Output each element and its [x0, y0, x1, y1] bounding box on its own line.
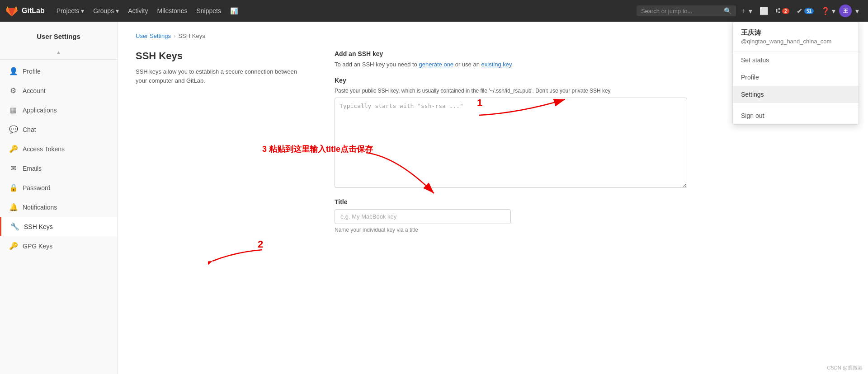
logo-text: GitLab: [22, 7, 45, 15]
profile-icon: 👤: [9, 67, 17, 75]
user-dropdown-menu: 王庆涛 @qingtao_wang_hand_china_com Set sta…: [732, 22, 859, 125]
sidebar-divider-top: [0, 59, 117, 60]
dropdown-handle: @qingtao_wang_hand_china_com: [741, 38, 850, 45]
nav-milestones[interactable]: Milestones: [153, 0, 192, 22]
title-label: Title: [335, 198, 850, 206]
sidebar-label-password: Password: [23, 184, 50, 192]
sidebar-item-ssh-keys[interactable]: 🔧 SSH Keys: [0, 217, 117, 236]
todos-badge: 51: [804, 8, 814, 14]
search-bar[interactable]: 🔍: [637, 5, 736, 16]
add-desc-pre: To add an SSH key you need to: [335, 61, 419, 68]
nav-chart[interactable]: 📊: [226, 0, 242, 22]
dropdown-username: 王庆涛: [741, 28, 850, 37]
sidebar-label-notifications: Notifications: [23, 204, 57, 211]
gpg-keys-icon: 🔑: [9, 242, 17, 250]
help-button[interactable]: ❓ ▾: [817, 5, 839, 17]
watermark: CSDN @鹿微港: [827, 365, 863, 371]
logo[interactable]: GitLab: [5, 5, 45, 17]
new-item-button[interactable]: ＋ ▾: [736, 5, 756, 18]
breadcrumb-current: SSH Keys: [178, 33, 205, 39]
applications-icon: ▦: [9, 106, 17, 114]
sidebar-item-password[interactable]: 🔒 Password: [0, 178, 117, 197]
password-icon: 🔒: [9, 183, 17, 192]
dropdown-header: 王庆涛 @qingtao_wang_hand_china_com: [733, 22, 859, 51]
sidebar-item-gpg-keys[interactable]: 🔑 GPG Keys: [0, 236, 117, 256]
existing-key-link[interactable]: existing key: [481, 61, 512, 68]
sidebar-label-access-tokens: Access Tokens: [23, 145, 65, 153]
account-icon: ⚙: [9, 86, 17, 95]
user-menu-button[interactable]: ▾: [852, 5, 863, 17]
title-hint: Name your individual key via a title: [335, 227, 850, 233]
topnav: GitLab Projects ▾ Groups ▾ Activity Mile…: [0, 0, 868, 22]
sidebar-item-applications[interactable]: ▦ Applications: [0, 100, 117, 120]
dropdown-divider: [733, 105, 859, 105]
generate-link[interactable]: generate one: [419, 61, 453, 68]
add-desc-mid: or use an: [453, 61, 481, 68]
user-avatar-button[interactable]: 王: [839, 5, 852, 17]
emails-icon: ✉: [9, 164, 17, 173]
page-description: SSH keys allow you to establish a secure…: [136, 67, 307, 85]
breadcrumb-separator: ›: [174, 33, 175, 39]
notifications-icon: 🔔: [9, 203, 17, 211]
sidebar-item-profile[interactable]: 👤 Profile: [0, 61, 117, 81]
scroll-indicator: ▲: [0, 47, 117, 57]
chat-icon: 💬: [9, 125, 17, 134]
nav-groups[interactable]: Groups ▾: [89, 0, 123, 22]
sidebar: User Settings ▲ 👤 Profile ⚙ Account ▦ Ap…: [0, 22, 118, 374]
title-input[interactable]: [335, 209, 511, 224]
todos-button[interactable]: ✔ 51: [793, 5, 817, 17]
search-icon: 🔍: [724, 7, 731, 14]
sidebar-item-access-tokens[interactable]: 🔑 Access Tokens: [0, 139, 117, 159]
panel-toggle-button[interactable]: ⬜: [756, 5, 772, 17]
sidebar-label-profile: Profile: [23, 68, 41, 75]
sidebar-label-applications: Applications: [23, 107, 57, 114]
sidebar-label-ssh-keys: SSH Keys: [24, 223, 53, 230]
nav-snippets[interactable]: Snippets: [192, 0, 225, 22]
sidebar-item-notifications[interactable]: 🔔 Notifications: [0, 197, 117, 217]
sidebar-item-chat[interactable]: 💬 Chat: [0, 120, 117, 139]
dropdown-set-status[interactable]: Set status: [733, 51, 859, 69]
page-title: SSH Keys: [136, 50, 307, 62]
dropdown-profile[interactable]: Profile: [733, 69, 859, 86]
key-textarea[interactable]: [335, 98, 687, 188]
sidebar-label-chat: Chat: [23, 126, 36, 133]
mr-button[interactable]: ⑆ 2: [772, 5, 793, 17]
annotation-arrow-2: [208, 243, 267, 270]
nav-activity[interactable]: Activity: [123, 0, 152, 22]
ssh-keys-icon: 🔧: [10, 222, 19, 231]
annotation-number-1: 1: [477, 97, 482, 109]
sidebar-item-emails[interactable]: ✉ Emails: [0, 159, 117, 178]
sidebar-item-account[interactable]: ⚙ Account: [0, 81, 117, 100]
dropdown-settings[interactable]: Settings: [733, 86, 859, 103]
sidebar-label-emails: Emails: [23, 165, 42, 172]
sidebar-label-gpg-keys: GPG Keys: [23, 243, 52, 250]
search-input[interactable]: [641, 8, 720, 14]
sidebar-label-account: Account: [23, 87, 46, 94]
access-tokens-icon: 🔑: [9, 145, 17, 153]
gitlab-logo-icon: [5, 5, 18, 17]
breadcrumb-parent[interactable]: User Settings: [136, 33, 171, 39]
title-form-group: Title Name your individual key via a tit…: [335, 198, 850, 233]
sidebar-title: User Settings: [0, 29, 117, 47]
nav-projects[interactable]: Projects ▾: [52, 0, 89, 22]
dropdown-sign-out[interactable]: Sign out: [733, 107, 859, 124]
mr-badge: 2: [782, 8, 789, 14]
